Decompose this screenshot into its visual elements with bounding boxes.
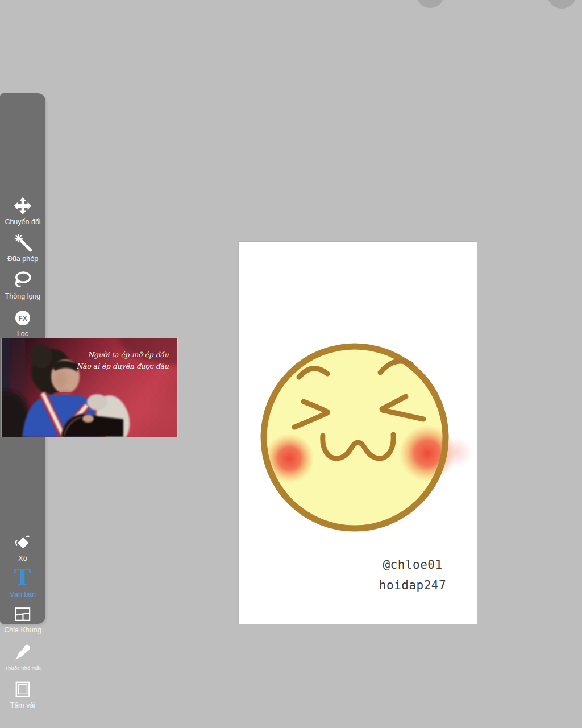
fx-icon: FX [12,307,34,329]
watermark-site: hoidap247 [361,578,464,592]
drawing-canvas[interactable]: @chloe01 hoidap247 [239,242,477,624]
tool-chia-khung[interactable]: Chia Khung [0,603,45,634]
eyedropper-icon [12,642,34,663]
move-icon [12,195,34,217]
tool-van-ban[interactable]: T Văn bản [0,565,45,598]
frame-split-icon [12,603,34,625]
tool-chuyen-doi[interactable]: Chuyển đổi [0,195,45,226]
svg-text:FX: FX [18,315,27,322]
top-partial-button-right[interactable] [547,0,577,9]
tool-label: Xô [18,555,27,562]
tool-label: Lọc [17,330,28,338]
watermark-username: @chloe01 [361,558,464,572]
lyrics-line-1: Người ta ép mỡ ép dầu [76,349,169,361]
tool-xo[interactable]: Xô [0,532,45,562]
magic-wand-icon [12,232,34,254]
video-overlay-layer[interactable]: Người ta ép mỡ ép dầu Nào ai ép duyên đư… [2,338,177,437]
tool-label: Tấm vải [10,701,35,709]
tool-thong-long[interactable]: Thòng lọng [0,270,45,300]
paint-bucket-icon [12,532,34,553]
video-lyrics: Người ta ép mỡ ép dầu Nào ai ép duyên đư… [76,349,169,372]
tool-label: Thuốc nhỏ mắt [5,664,40,672]
tool-label: Đũa phép [7,255,38,263]
tool-dua-phep[interactable]: Đũa phép [0,232,45,263]
app-background: @chloe01 hoidap247 Chuyển đổi Đũa ph [0,0,582,728]
tool-label: Chia Khung [4,626,41,634]
lyrics-line-2: Nào ai ép duyên được đâu [76,361,169,372]
tool-tam-vai[interactable]: Tấm vải [0,679,45,709]
tool-label: Chuyển đổi [5,218,40,226]
canvas-icon [12,679,34,700]
text-icon: T [12,565,34,589]
tool-label: Văn bản [10,590,36,598]
tool-loc[interactable]: FX Lọc [0,307,45,338]
top-partial-button-left[interactable] [416,0,444,8]
tool-label: Thòng lọng [5,292,41,300]
tool-thuoc-nho-mat[interactable]: Thuốc nhỏ mắt [0,642,45,672]
lasso-icon [12,270,34,291]
